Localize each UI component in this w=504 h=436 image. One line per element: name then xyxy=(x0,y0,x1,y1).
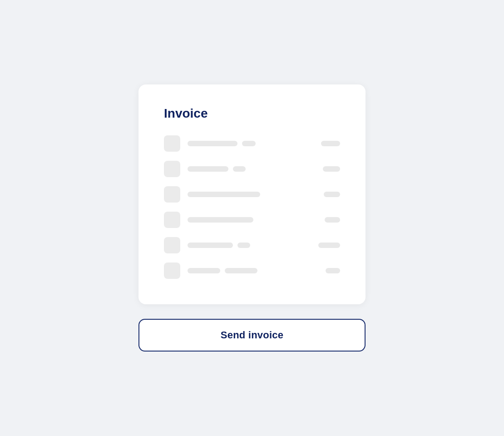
row-value-1 xyxy=(321,141,340,146)
row-content-5 xyxy=(188,243,311,248)
skeleton-bar xyxy=(188,217,253,223)
row-content-2 xyxy=(188,166,316,172)
row-content-1 xyxy=(188,141,314,146)
invoice-rows xyxy=(164,135,340,279)
skeleton-bar xyxy=(233,166,246,172)
invoice-row-3 xyxy=(164,186,340,203)
row-icon-2 xyxy=(164,161,180,177)
row-value-6 xyxy=(326,268,340,273)
main-container: Invoice xyxy=(138,84,366,352)
skeleton-bar xyxy=(188,192,260,197)
row-icon-4 xyxy=(164,212,180,228)
skeleton-bar xyxy=(188,166,228,172)
skeleton-bar xyxy=(188,268,220,273)
row-icon-1 xyxy=(164,135,180,152)
skeleton-bar xyxy=(242,141,256,146)
row-content-6 xyxy=(188,268,318,273)
row-icon-5 xyxy=(164,237,180,253)
invoice-row-1 xyxy=(164,135,340,152)
invoice-row-5 xyxy=(164,237,340,253)
invoice-row-4 xyxy=(164,212,340,228)
row-icon-3 xyxy=(164,186,180,203)
row-value-5 xyxy=(318,243,340,248)
invoice-row-2 xyxy=(164,161,340,177)
row-icon-6 xyxy=(164,263,180,279)
skeleton-bar xyxy=(188,141,237,146)
row-content-3 xyxy=(188,192,316,197)
invoice-card: Invoice xyxy=(138,84,366,304)
row-value-3 xyxy=(324,192,340,197)
row-value-2 xyxy=(323,166,340,172)
send-invoice-button[interactable]: Send invoice xyxy=(138,319,366,352)
row-content-4 xyxy=(188,217,317,223)
invoice-title: Invoice xyxy=(164,106,340,121)
skeleton-bar xyxy=(237,243,250,248)
row-value-4 xyxy=(325,217,340,223)
skeleton-bar xyxy=(188,243,233,248)
invoice-row-6 xyxy=(164,263,340,279)
skeleton-bar xyxy=(225,268,257,273)
